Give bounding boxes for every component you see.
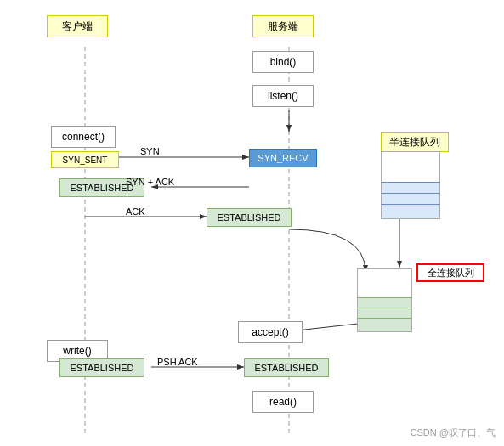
connect-box: connect() (51, 126, 116, 148)
bind-box: bind() (252, 51, 314, 73)
accept-box: accept() (238, 321, 303, 343)
syn-recv-box: SYN_RECV (249, 149, 317, 167)
established-write-server: ESTABLISHED (244, 358, 329, 377)
full-queue-label: 全连接队列 (416, 263, 484, 282)
server-label: 服务端 (252, 15, 314, 37)
watermark: CSDN @叹了口、气 (411, 426, 496, 439)
ack-label: ACK (126, 206, 145, 217)
syn-sent-box: SYN_SENT (51, 151, 119, 168)
listen-box: listen() (252, 85, 314, 107)
read-box: read() (252, 391, 314, 413)
full-queue-box (357, 268, 412, 332)
psh-ack-label: PSH ACK (157, 357, 198, 367)
diagram-container: 客户端 服务端 bind() listen() 半连接队列 connect() … (0, 0, 504, 446)
established-server-box: ESTABLISHED (207, 208, 292, 227)
syn-label: SYN (140, 146, 160, 156)
syn-ack-label: SYN + ACK (126, 177, 174, 187)
established-write-client: ESTABLISHED (59, 358, 144, 377)
half-queue-box (381, 151, 440, 219)
half-queue-label: 半连接队列 (381, 132, 449, 152)
client-label: 客户端 (47, 15, 108, 37)
